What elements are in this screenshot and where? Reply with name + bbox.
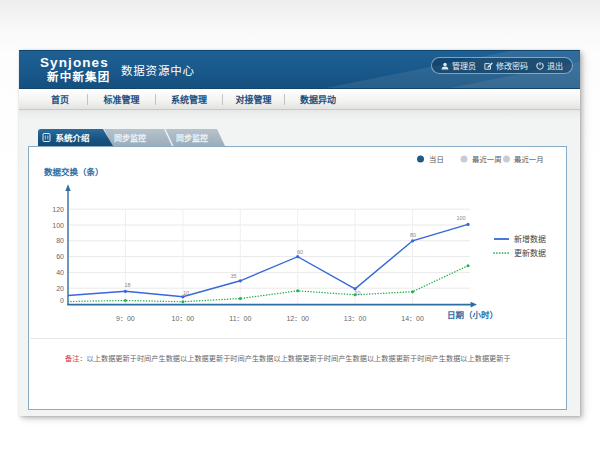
svg-text:80: 80 [56,237,64,244]
svg-text:40: 40 [56,269,64,276]
svg-text:100: 100 [52,222,64,229]
svg-text:日期（小时）: 日期（小时） [447,310,498,320]
svg-text:同步监控: 同步监控 [176,133,208,143]
svg-text:当日: 当日 [429,155,444,164]
svg-text:60: 60 [297,249,303,255]
svg-text:11：00: 11：00 [229,315,251,322]
svg-text:新增数据: 新增数据 [514,234,546,244]
svg-text:18: 18 [125,282,131,288]
svg-text:13：00: 13：00 [344,315,367,322]
svg-text:20: 20 [56,285,64,292]
svg-text:9：00: 9：00 [116,315,135,322]
svg-text:35: 35 [231,273,237,279]
svg-text:0: 0 [60,297,64,304]
svg-text:12：00: 12：00 [286,315,309,322]
svg-text:10: 10 [355,290,361,296]
svg-text:系统介绍: 系统介绍 [55,133,90,143]
svg-text:100: 100 [457,215,466,221]
svg-text:最近一周: 最近一周 [472,155,502,164]
svg-text:60: 60 [56,253,64,260]
svg-text:14：00: 14：00 [401,315,424,322]
svg-text:更新数据: 更新数据 [514,248,546,258]
svg-text:10：00: 10：00 [172,315,195,322]
svg-text:同步监控: 同步监控 [114,133,146,143]
svg-text:80: 80 [410,232,416,238]
svg-text:最近一月: 最近一月 [514,155,544,164]
svg-text:备注：以上数据更新于时间产生数据以上数据更新于时间产生数据以: 备注：以上数据更新于时间产生数据以上数据更新于时间产生数据以上数据更新于时间产生… [65,354,511,363]
svg-text:10: 10 [183,290,189,296]
svg-text:数据交换（条）: 数据交换（条） [44,167,104,177]
svg-text:120: 120 [52,206,64,213]
